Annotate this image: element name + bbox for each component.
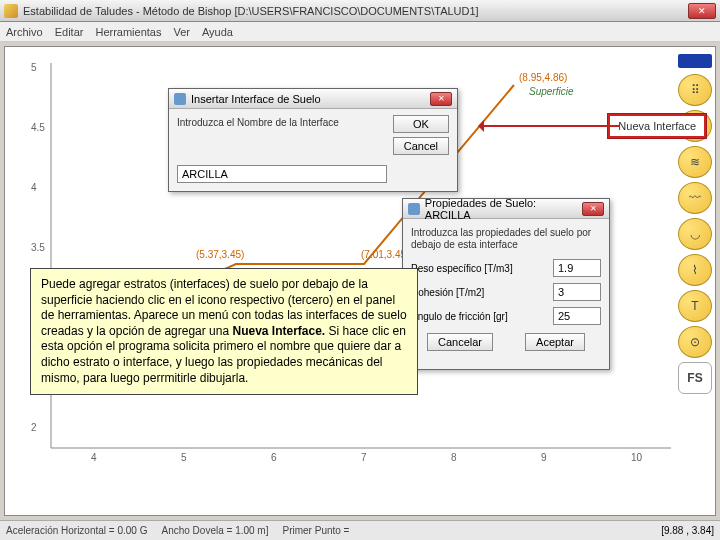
menu-herramientas[interactable]: Herramientas bbox=[95, 26, 161, 38]
point-label: (8.95,4.86) bbox=[519, 72, 567, 83]
dialog-insert-close[interactable]: ✕ bbox=[430, 92, 452, 106]
peso-label: Peso específico [T/m3] bbox=[411, 263, 553, 274]
dialog-props-desc: Introduzca las propiedades del suelo por… bbox=[411, 227, 601, 251]
props-accept-button[interactable]: Aceptar bbox=[525, 333, 585, 351]
peso-input[interactable] bbox=[553, 259, 601, 277]
status-dovela: Ancho Dovela = 1.00 m] bbox=[161, 525, 268, 536]
dialog-insert-interface: Insertar Interface de Suelo ✕ Introduzca… bbox=[168, 88, 458, 192]
friccion-input[interactable] bbox=[553, 307, 601, 325]
dialog-props-close[interactable]: ✕ bbox=[582, 202, 604, 216]
window-title: Estabilidad de Taludes - Método de Bisho… bbox=[23, 5, 688, 17]
nodes-icon[interactable]: ⠿ bbox=[678, 74, 712, 106]
friccion-label: Ángulo de fricción [gr] bbox=[411, 311, 553, 322]
status-coord: [9.88 , 3.84] bbox=[661, 525, 714, 536]
props-cancel-button[interactable]: Cancelar bbox=[427, 333, 493, 351]
deform-icon[interactable]: ⌇ bbox=[678, 254, 712, 286]
slip-icon[interactable]: ◡ bbox=[678, 218, 712, 250]
fs-button[interactable]: FS bbox=[678, 362, 712, 394]
menubar: Archivo Editar Herramientas Ver Ayuda bbox=[0, 22, 720, 42]
callout-arrow bbox=[480, 122, 620, 130]
menu-archivo[interactable]: Archivo bbox=[6, 26, 43, 38]
svg-text:4: 4 bbox=[91, 452, 97, 463]
dialog-props-title: Propiedades de Suelo: ARCILLA bbox=[425, 197, 582, 221]
dialog-soil-properties: Propiedades de Suelo: ARCILLA ✕ Introduz… bbox=[402, 198, 610, 370]
svg-text:8: 8 bbox=[451, 452, 457, 463]
svg-text:10: 10 bbox=[631, 452, 643, 463]
interface-name-input[interactable] bbox=[177, 165, 387, 183]
surface-label: Superficie bbox=[529, 86, 574, 97]
window-titlebar: Estabilidad de Taludes - Método de Bisho… bbox=[0, 0, 720, 22]
svg-text:9: 9 bbox=[541, 452, 547, 463]
cancel-button[interactable]: Cancel bbox=[393, 137, 449, 155]
dialog-icon bbox=[408, 203, 420, 215]
svg-text:3.5: 3.5 bbox=[31, 242, 45, 253]
status-punto: Primer Punto = bbox=[282, 525, 349, 536]
right-toolbar: ⠿ ∇ ≋ 〰 ◡ ⌇ T ⊙ FS bbox=[678, 54, 714, 394]
callout-nueva-interface: Nueva Interface bbox=[608, 114, 706, 138]
app-icon bbox=[4, 4, 18, 18]
menu-ver[interactable]: Ver bbox=[173, 26, 190, 38]
cohesion-input[interactable] bbox=[553, 283, 601, 301]
svg-text:5: 5 bbox=[181, 452, 187, 463]
ok-button[interactable]: OK bbox=[393, 115, 449, 133]
anim-icon[interactable]: ⊙ bbox=[678, 326, 712, 358]
svg-text:5: 5 bbox=[31, 62, 37, 73]
menu-editar[interactable]: Editar bbox=[55, 26, 84, 38]
status-accel: Aceleración Horizontal = 0.00 G bbox=[6, 525, 147, 536]
toolbar-header bbox=[678, 54, 712, 68]
svg-text:4: 4 bbox=[31, 182, 37, 193]
dialog-icon bbox=[174, 93, 186, 105]
interface-icon[interactable]: ≋ bbox=[678, 146, 712, 178]
svg-text:6: 6 bbox=[271, 452, 277, 463]
svg-text:2: 2 bbox=[31, 422, 37, 433]
text-icon[interactable]: T bbox=[678, 290, 712, 322]
cohesion-label: Cohesión [T/m2] bbox=[411, 287, 553, 298]
menu-ayuda[interactable]: Ayuda bbox=[202, 26, 233, 38]
status-bar: Aceleración Horizontal = 0.00 G Ancho Do… bbox=[0, 520, 720, 540]
water-icon[interactable]: 〰 bbox=[678, 182, 712, 214]
point-label: (5.37,3.45) bbox=[196, 249, 244, 260]
svg-text:7: 7 bbox=[361, 452, 367, 463]
instruction-tooltip: Puede agregar estratos (interfaces) de s… bbox=[30, 268, 418, 395]
dialog-insert-title: Insertar Interface de Suelo bbox=[191, 93, 321, 105]
svg-text:4.5: 4.5 bbox=[31, 122, 45, 133]
window-close-button[interactable]: ✕ bbox=[688, 3, 716, 19]
